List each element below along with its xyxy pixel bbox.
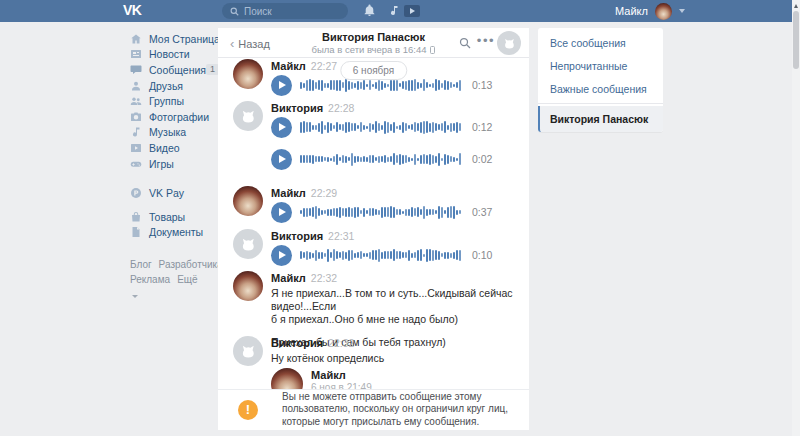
sender-avatar[interactable] (233, 229, 263, 259)
sender-avatar[interactable] (233, 186, 263, 216)
page-scrollbar[interactable] (792, 0, 800, 436)
messages-icon (130, 64, 142, 76)
sender-name[interactable]: Виктория (271, 102, 323, 114)
sidebar-item-vk-pay[interactable]: VK Pay (130, 185, 216, 201)
play-button[interactable] (271, 75, 292, 96)
message-body: Майкл22:290:37 (271, 186, 521, 223)
voice-message: 0:12 (271, 116, 521, 138)
voice-waveform[interactable] (300, 247, 464, 263)
sidebar-item-videos[interactable]: Видео (130, 140, 216, 156)
pet-avatar-icon (239, 235, 258, 254)
sender-name[interactable]: Виктория (271, 337, 323, 349)
sidebar-item-my-page[interactable]: Моя Страница (130, 31, 216, 47)
filter-all-messages[interactable]: Все сообщения (538, 31, 663, 54)
pet-avatar-icon (502, 36, 517, 51)
sender-avatar[interactable] (233, 59, 263, 89)
message-time: 22:31 (328, 230, 354, 242)
sidebar-item-messages[interactable]: Сообщения 1 (130, 62, 216, 78)
cannot-message-warning: ! Вы не можете отправить сообщение этому… (218, 389, 529, 429)
divider (538, 103, 663, 104)
message-time: 22:32 (311, 272, 337, 284)
chat-search-icon[interactable] (459, 37, 471, 49)
message: Майкл22:290:37 (233, 186, 521, 223)
vk-logo[interactable]: VK (123, 2, 141, 18)
top-user-menu[interactable]: Майкл (615, 0, 685, 22)
sidebar-item-music[interactable]: Музыка (130, 125, 216, 141)
forwarded-date: 6 ноя в 21:49 (311, 382, 529, 389)
play-button[interactable] (271, 117, 292, 138)
forwarded-sender-avatar[interactable] (271, 368, 303, 389)
groups-icon (130, 95, 142, 107)
footer-link-ads[interactable]: Реклама (130, 274, 170, 285)
sidebar-item-photos[interactable]: Фотографии (130, 109, 216, 125)
message-body: Виктория22:280:120:02 (271, 101, 521, 170)
sidebar-item-games[interactable]: Игры (130, 156, 216, 172)
sidebar-item-groups[interactable]: Группы (130, 93, 216, 109)
filter-unread[interactable]: Непрочитанные (538, 54, 663, 77)
message-filters-card: Все сообщения Непрочитанные Важные сообщ… (538, 28, 663, 132)
chat-title-block: Виктория Панасюк была в сети вчера в 16:… (269, 31, 479, 55)
scrollbar-thumb[interactable] (793, 11, 799, 69)
music-icon[interactable] (388, 4, 400, 17)
voice-waveform[interactable] (300, 119, 464, 135)
footer-link-blog[interactable]: Блог (130, 259, 152, 270)
message-header: Виктория22:31 (271, 230, 521, 242)
play-button[interactable] (271, 149, 292, 170)
voice-duration: 0:13 (472, 79, 492, 91)
message-header: Виктория22:28 (271, 102, 521, 114)
chevron-down-icon (679, 9, 685, 13)
video-icon (130, 142, 142, 154)
top-bar: VK Поиск Майкл (0, 0, 792, 22)
message-history: 6 ноября Майкл22:270:13Виктория22:280:12… (218, 59, 529, 389)
forwarded-sender-name[interactable]: Майкл (311, 369, 529, 381)
play-button[interactable] (271, 202, 292, 223)
document-icon (130, 226, 142, 238)
sender-avatar[interactable] (233, 101, 263, 131)
voice-message: 0:37 (271, 201, 521, 223)
chat-more-actions-icon[interactable]: ••• (477, 33, 495, 48)
sidebar-item-news[interactable]: Новости (130, 47, 216, 63)
left-sidebar: Моя Страница Новости Сообщения 1 Друзья … (130, 31, 216, 302)
chat-peer-avatar[interactable] (497, 31, 521, 55)
sidebar-item-market[interactable]: Товары (130, 209, 216, 225)
message-time: 22:27 (311, 60, 337, 72)
message-text: Я не приехал...В том то и суть...Скидыва… (271, 287, 521, 326)
news-icon (130, 48, 142, 60)
back-button[interactable]: ‹Назад (230, 36, 270, 51)
top-search-input[interactable]: Поиск (222, 3, 348, 19)
sidebar-item-friends[interactable]: Друзья (130, 78, 216, 94)
sender-name[interactable]: Майкл (271, 272, 306, 284)
filter-selected-conversation[interactable]: Виктория Панасюк (538, 106, 663, 132)
footer-link-more[interactable]: Ещё (177, 274, 197, 285)
sender-avatar[interactable] (233, 336, 263, 366)
message-time: 22:32 (328, 337, 354, 349)
warning-icon: ! (238, 400, 258, 420)
filter-important[interactable]: Важные сообщения (538, 77, 663, 100)
voice-waveform[interactable] (300, 151, 464, 167)
message-time: 22:29 (311, 187, 337, 199)
message-body: Виктория22:32Ну котёнок определисьМайкл6… (271, 336, 521, 389)
sender-name[interactable]: Майкл (271, 60, 306, 72)
pet-avatar-icon (239, 107, 258, 126)
chat-header: ‹Назад Виктория Панасюк была в сети вчер… (218, 28, 529, 58)
play-button[interactable] (271, 245, 292, 266)
audio-player-play-button[interactable] (404, 5, 420, 17)
voice-duration: 0:10 (472, 249, 492, 261)
top-user-name: Майкл (615, 5, 648, 17)
chat-status: была в сети вчера в 16:44 (269, 44, 479, 55)
voice-message: 0:10 (271, 244, 521, 266)
top-user-avatar (655, 3, 672, 20)
warning-text: Вы не можете отправить сообщение этому п… (282, 391, 529, 429)
sidebar-item-documents[interactable]: Документы (130, 225, 216, 241)
message-time: 22:28 (328, 102, 354, 114)
mobile-icon (430, 46, 435, 54)
notifications-bell-icon[interactable] (363, 4, 376, 17)
chevron-left-icon: ‹ (230, 36, 234, 51)
chat-title[interactable]: Виктория Панасюк (269, 31, 479, 43)
sender-name[interactable]: Виктория (271, 230, 323, 242)
sender-name[interactable]: Майкл (271, 187, 306, 199)
voice-waveform[interactable] (300, 204, 464, 220)
sender-avatar[interactable] (233, 271, 263, 301)
scrollbar-up-arrow[interactable] (792, 1, 800, 10)
voice-duration: 0:37 (472, 206, 492, 218)
